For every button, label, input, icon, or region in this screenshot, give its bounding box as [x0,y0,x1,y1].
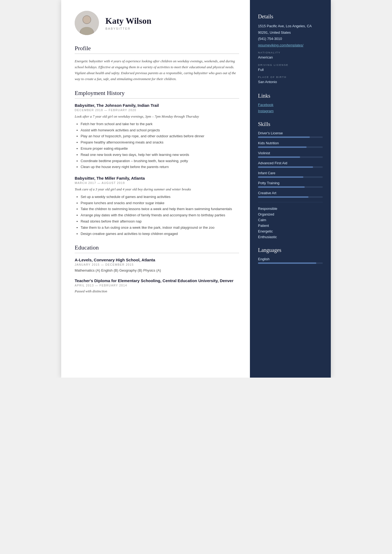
right-column: Details 1515 Pacific Ave, Los Angeles, C… [250,0,331,378]
list-item: Assist with homework activities and scho… [81,128,239,133]
job-2-dates: March 2017 — August 2019 [75,181,239,184]
skill-name: Creative Art [258,191,323,195]
driving-label: Driving License [258,63,323,66]
birth-value: San Antonio [258,79,323,85]
skill-energetic: Energetic [258,229,323,233]
skills-title: Skills [258,121,323,127]
links-title: Links [258,93,323,99]
skill-bar-bg [258,176,323,178]
skill-enthusiastic: Enthusiastic [258,235,323,239]
list-item: Design creative games and activities to … [81,231,239,237]
skill-infant-care: Infant Care [258,171,323,178]
languages-section: Languages English [258,247,323,264]
website-link[interactable]: resumeviking.com/templates/ [258,43,303,47]
details-section: Details 1515 Pacific Ave, Los Angeles, C… [258,13,323,85]
skill-bar-bg [258,186,323,188]
job-2-bullets: Set up a weekly schedule of games and le… [75,194,239,237]
profile-text: Energetic babysitter with 4 years of exp… [75,58,239,82]
list-item: Clean up the house every night before th… [81,164,239,170]
edu-1-desc: Mathematics (A) English (B) Geography (B… [75,268,239,272]
skill-advanced-first-aid: Advanced First Aid [258,161,323,168]
skill-name: Violinist [258,151,323,155]
skill-bar-fill [258,166,313,168]
edu-2-title: Teacher's Diploma for Elementary Schooli… [75,278,239,283]
employment-section: Employment History Babysitter, The Johns… [75,90,239,237]
list-item: Coordinate bedtime preparation – brushin… [81,158,239,164]
svg-point-3 [83,16,91,23]
skill-bar-fill [258,186,305,188]
lang-english: English [258,257,323,264]
education-title: Education [75,244,239,253]
list-item: Ensure proper eating etiquette [81,146,239,152]
skill-bar-bg [258,166,323,168]
job-2: Babysitter, The Miller Family, Atlanta M… [75,176,239,237]
candidate-name: Katy Wilson [105,16,151,26]
details-title: Details [258,13,323,20]
skill-bar-fill [258,176,303,178]
skill-responsible: Responsible [258,207,323,211]
edu-1-title: A-Levels, Convenary High School, Atlanta [75,258,239,262]
instagram-link[interactable]: Instagram [258,109,323,113]
job-1: Babysitter, The Johnson Family, Indian T… [75,103,239,170]
skill-bar-bg [258,146,323,148]
skills-section: Skills Driver's License Kids Nutrition V… [258,121,323,239]
skill-name: Infant Care [258,171,323,175]
edu-1-dates: January 2015 — December 2015 [75,263,239,266]
list-item: Arrange play dates with the children of … [81,213,239,218]
driving-item: Driving License Full [258,63,323,73]
left-column: Katy Wilson Babysitter Profile Energetic… [61,0,250,378]
nationality-item: Nationality American [258,51,323,60]
skill-bar-fill [258,196,308,198]
list-item: Read stories before their afternoon nap [81,219,239,224]
list-item: Prepare lunches and snacks and monitor s… [81,200,239,206]
profile-title: Profile [75,45,239,54]
job-2-description: Took care of a 3 year old girl and 4 yea… [75,187,239,192]
skill-patient: Patient [258,224,323,228]
driving-value: Full [258,67,323,73]
skills-divider [258,202,323,202]
nationality-value: American [258,55,323,60]
list-item: Take them to a fun outing once a week li… [81,225,239,231]
list-item: Prepare healthy afternoon/evening meals … [81,140,239,145]
profile-section: Profile Energetic babysitter with 4 year… [75,45,239,82]
edu-2: Teacher's Diploma for Elementary Schooli… [75,278,239,293]
resume-header: Katy Wilson Babysitter [75,11,239,35]
languages-title: Languages [258,247,323,253]
avatar [75,11,99,35]
skill-bar-bg [258,196,323,198]
skill-bar-fill [258,156,300,158]
list-item: Fetch her from school and take her to th… [81,121,239,127]
edu-1: A-Levels, Convenary High School, Atlanta… [75,258,239,272]
job-1-dates: December 2018 — February 2020 [75,108,239,112]
skill-creative-art: Creative Art [258,191,323,198]
lang-bar-fill [258,262,316,264]
skill-kids-nutrition: Kids Nutrition [258,141,323,148]
address-line1: 1515 Pacific Ave, Los Angeles, CA [258,23,323,29]
employment-title: Employment History [75,90,239,99]
phone: (541) 754-3010 [258,36,323,42]
skill-name: Driver's License [258,131,323,135]
education-section: Education A-Levels, Convenary High Schoo… [75,244,239,293]
birth-label: Place of Birth [258,76,323,78]
skill-organized: Organized [258,212,323,216]
edu-2-dates: April 2013 — February 2014 [75,284,239,287]
facebook-link[interactable]: Facebook [258,103,323,107]
list-item: Play an hour of hopscotch, jump rope, an… [81,134,239,139]
address-line2: 90291, United States [258,30,323,35]
job-2-title: Babysitter, The Miller Family, Atlanta [75,176,239,180]
list-item: Set up a weekly schedule of games and le… [81,194,239,200]
candidate-subtitle: Babysitter [105,27,151,30]
list-item: Read one new book every two days, help h… [81,152,239,158]
skill-name: Potty Training [258,181,323,185]
skill-drivers-license: Driver's License [258,131,323,138]
skill-name: Advanced First Aid [258,161,323,165]
skill-bar-fill [258,136,310,138]
skill-potty-training: Potty Training [258,181,323,188]
job-1-title: Babysitter, The Johnson Family, Indian T… [75,103,239,108]
skill-bar-bg [258,156,323,158]
resume-container: Katy Wilson Babysitter Profile Energetic… [61,0,331,378]
header-text: Katy Wilson Babysitter [105,16,151,30]
list-item: Take the children to swimming lessons tw… [81,206,239,212]
skill-calm: Calm [258,218,323,222]
skill-violinist: Violinist [258,151,323,158]
